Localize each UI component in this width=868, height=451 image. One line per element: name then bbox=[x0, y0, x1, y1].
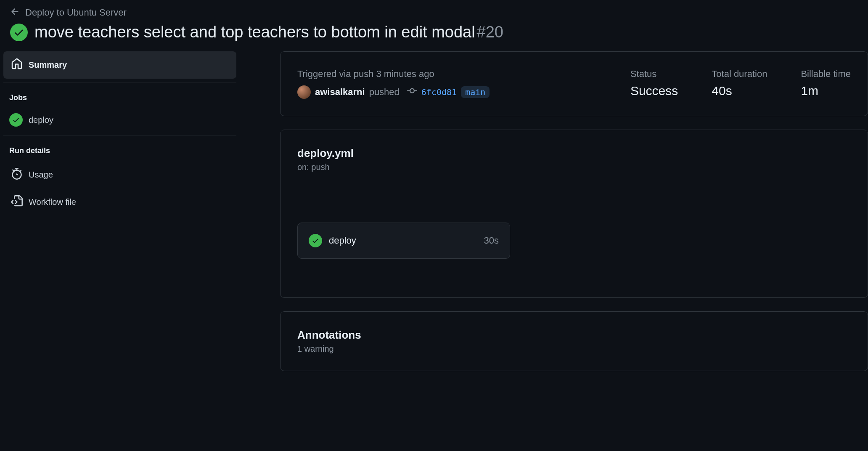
status-success-icon bbox=[10, 24, 28, 41]
workflow-file-icon bbox=[11, 195, 23, 209]
breadcrumb-text: Deploy to Ubuntu Server bbox=[25, 7, 127, 18]
run-title-row: move teachers select and top teachers to… bbox=[10, 23, 858, 41]
action-text: pushed bbox=[369, 87, 400, 98]
author-link[interactable]: awisalkarni bbox=[315, 87, 365, 98]
stopwatch-icon bbox=[11, 168, 23, 182]
job-duration: 30s bbox=[484, 235, 499, 246]
breadcrumb-back[interactable]: Deploy to Ubuntu Server bbox=[10, 7, 858, 18]
sidebar-usage[interactable]: Usage bbox=[3, 161, 236, 188]
workflow-subtitle: on: push bbox=[297, 162, 851, 172]
sidebar-workflow-file-label: Workflow file bbox=[29, 197, 76, 207]
sidebar-summary[interactable]: Summary bbox=[3, 51, 236, 79]
duration-label: Total duration bbox=[712, 69, 767, 80]
home-icon bbox=[11, 58, 23, 72]
job-card-deploy[interactable]: deploy 30s bbox=[297, 223, 510, 259]
jobs-header: Jobs bbox=[3, 86, 236, 108]
run-details-header: Run details bbox=[3, 139, 236, 161]
sidebar-usage-label: Usage bbox=[29, 170, 53, 180]
arrow-left-icon bbox=[10, 7, 20, 18]
commit-icon bbox=[407, 86, 417, 98]
commit-sha-link[interactable]: 6fc0d81 bbox=[421, 87, 457, 97]
billable-label: Billable time bbox=[801, 69, 851, 80]
check-circle-icon bbox=[9, 113, 23, 127]
sidebar-job-label: deploy bbox=[29, 115, 53, 125]
annotations-card: Annotations 1 warning bbox=[280, 311, 868, 371]
sidebar-workflow-file[interactable]: Workflow file bbox=[3, 188, 236, 216]
workflow-card: deploy.yml on: push deploy 30s bbox=[280, 130, 868, 298]
annotations-title: Annotations bbox=[297, 329, 851, 342]
avatar[interactable] bbox=[297, 85, 311, 99]
status-label: Status bbox=[630, 69, 678, 80]
run-number: #20 bbox=[477, 23, 503, 41]
duration-value[interactable]: 40s bbox=[712, 84, 767, 98]
status-value: Success bbox=[630, 84, 678, 98]
check-circle-icon bbox=[309, 234, 322, 247]
billable-value[interactable]: 1m bbox=[801, 84, 851, 98]
job-name: deploy bbox=[329, 235, 477, 246]
sidebar-summary-label: Summary bbox=[29, 60, 67, 70]
sidebar-job-deploy[interactable]: deploy bbox=[3, 108, 236, 132]
run-title: move teachers select and top teachers to… bbox=[34, 23, 475, 41]
trigger-text: Triggered via push 3 minutes ago bbox=[297, 69, 597, 80]
branch-label[interactable]: main bbox=[461, 86, 490, 98]
summary-card: Triggered via push 3 minutes ago awisalk… bbox=[280, 51, 868, 116]
workflow-title: deploy.yml bbox=[297, 147, 851, 160]
annotations-subtitle: 1 warning bbox=[297, 344, 851, 354]
